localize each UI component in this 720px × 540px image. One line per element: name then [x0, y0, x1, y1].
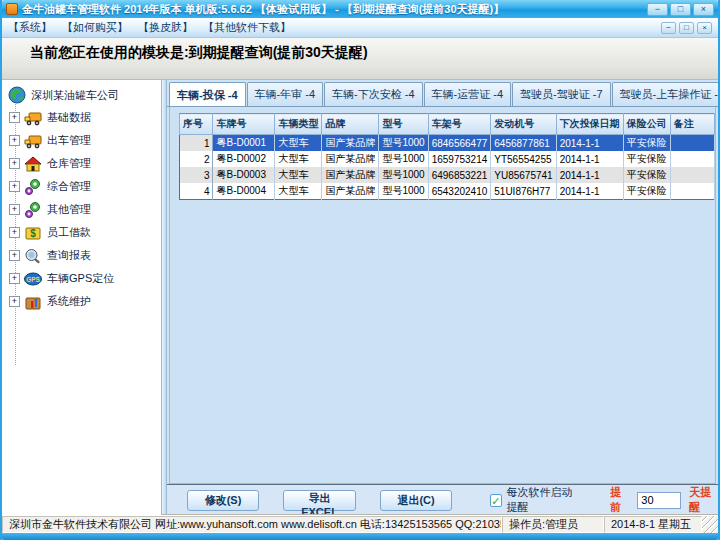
tab-2[interactable]: 车辆-下次安检 -4 — [324, 82, 423, 106]
menu-item-1[interactable]: 【如何购买】 — [62, 20, 128, 35]
table-cell: 大型车 — [275, 183, 322, 200]
sidebar-item-4[interactable]: +其他管理 — [6, 198, 161, 221]
startup-reminder-checkbox[interactable]: ✓ — [490, 494, 501, 507]
sidebar-item-3[interactable]: +综合管理 — [6, 175, 161, 198]
expand-icon[interactable]: + — [9, 227, 20, 238]
sidebar-item-label: 综合管理 — [47, 179, 91, 194]
menu-item-3[interactable]: 【其他软件下载】 — [203, 20, 291, 35]
tab-4[interactable]: 驾驶员-驾驶证 -7 — [512, 82, 611, 106]
export-excel-button[interactable]: 导出EXCEL — [283, 490, 356, 511]
sidebar-root-label: 深圳某油罐车公司 — [31, 88, 119, 103]
column-header-6[interactable]: 发动机号 — [491, 114, 556, 135]
table-cell: 6846566477 — [428, 135, 491, 152]
table-cell: 平安保险 — [623, 183, 670, 200]
table-row[interactable]: 3粤B-D0003大型车国产某品牌型号10006496853221YU85675… — [180, 167, 715, 183]
table-cell: 1 — [180, 135, 213, 152]
sidebar-item-label: 查询报表 — [47, 248, 91, 263]
expand-icon[interactable]: + — [9, 296, 20, 307]
truck-icon — [23, 108, 43, 128]
tab-5[interactable]: 驾驶员-上车操作证 -7 — [612, 82, 719, 106]
sidebar-item-5[interactable]: +$员工借款 — [6, 221, 161, 244]
table-cell: 粤B-D0001 — [213, 135, 275, 152]
tab-3[interactable]: 车辆-运营证 -4 — [424, 82, 512, 106]
sidebar-item-label: 其他管理 — [47, 202, 91, 217]
menu-item-0[interactable]: 【系统】 — [8, 20, 52, 35]
window-title: 金牛油罐车管理软件 2014年版本 单机版:5.6.62 【体验试用版】 - 【… — [22, 2, 647, 17]
table-cell: 2014-1-1 — [556, 167, 623, 183]
column-header-9[interactable]: 备注 — [670, 114, 714, 135]
expand-icon[interactable]: + — [9, 204, 20, 215]
table-cell: 6496853221 — [428, 167, 491, 183]
expand-icon[interactable]: + — [9, 112, 20, 123]
expand-icon[interactable]: + — [9, 273, 20, 284]
table-row[interactable]: 2粤B-D0002大型车国产某品牌型号10001659753214YT56554… — [180, 151, 715, 167]
sidebar-item-2[interactable]: +仓库管理 — [6, 152, 161, 175]
table-cell: 6456877861 — [491, 135, 556, 152]
status-company-info: 深圳市金牛软件技术有限公司 网址:www.yuhansoft.com www.d… — [2, 516, 502, 533]
column-header-2[interactable]: 车辆类型 — [275, 114, 322, 135]
column-header-0[interactable]: 序号 — [180, 114, 213, 135]
table-cell: 型号1000 — [379, 183, 428, 200]
exit-button[interactable]: 退出(C) — [380, 490, 452, 511]
table-cell: 3 — [180, 167, 213, 183]
money-icon: $ — [23, 223, 43, 243]
sidebar-item-7[interactable]: +GPS车辆GPS定位 — [6, 267, 161, 290]
tab-0[interactable]: 车辆-投保 -4 — [169, 82, 246, 107]
table-cell: 大型车 — [275, 135, 322, 152]
table-cell: 型号1000 — [379, 167, 428, 183]
table-cell: 平安保险 — [623, 135, 670, 152]
resize-grip[interactable] — [702, 516, 718, 533]
table-cell — [670, 183, 714, 200]
maximize-icon[interactable]: □ — [670, 3, 691, 16]
sidebar-root-node[interactable]: 深圳某油罐车公司 — [6, 84, 161, 106]
status-bar: 深圳市金牛软件技术有限公司 网址:www.yuhansoft.com www.d… — [2, 515, 718, 533]
table-row[interactable]: 4粤B-D0004大型车国产某品牌型号1000654320241051UI876… — [180, 183, 715, 200]
sidebar-item-1[interactable]: +出车管理 — [6, 129, 161, 152]
column-header-8[interactable]: 保险公司 — [623, 114, 670, 135]
column-header-1[interactable]: 车牌号 — [213, 114, 275, 135]
sidebar-item-6[interactable]: +查询报表 — [6, 244, 161, 267]
days-ahead-input[interactable] — [637, 492, 681, 509]
modify-button[interactable]: 修改(S) — [187, 490, 259, 511]
gear-icon — [23, 177, 43, 197]
expand-icon[interactable]: + — [9, 158, 20, 169]
column-header-5[interactable]: 车架号 — [428, 114, 491, 135]
gear-icon — [23, 200, 43, 220]
sidebar-item-label: 系统维护 — [47, 294, 91, 309]
minimize-icon[interactable]: − — [647, 3, 668, 16]
table-cell: 大型车 — [275, 167, 322, 183]
menu-bar: 【系统】【如何购买】【换皮肤】【其他软件下载】 − □ × — [2, 18, 718, 38]
table-cell — [670, 167, 714, 183]
table-cell: 2014-1-1 — [556, 135, 623, 152]
expand-icon[interactable]: + — [9, 181, 20, 192]
close-icon[interactable]: × — [693, 3, 714, 16]
module-banner: 当前您正在使用的模块是:到期提醒查询(提前30天提醒) — [2, 38, 718, 80]
sidebar-item-8[interactable]: +系统维护 — [6, 290, 161, 313]
mdi-minimize-icon[interactable]: − — [661, 22, 676, 34]
table-cell: 型号1000 — [379, 135, 428, 152]
expand-icon[interactable]: + — [9, 250, 20, 261]
table-cell: 4 — [180, 183, 213, 200]
globe-icon — [7, 85, 27, 105]
sidebar-item-label: 出车管理 — [47, 133, 91, 148]
sidebar-item-label: 员工借款 — [47, 225, 91, 240]
table-cell: 国产某品牌 — [322, 135, 379, 152]
tab-1[interactable]: 车辆-年审 -4 — [247, 82, 324, 106]
column-header-7[interactable]: 下次投保日期 — [556, 114, 623, 135]
table-row[interactable]: 1粤B-D0001大型车国产某品牌型号100068465664776456877… — [180, 135, 715, 152]
tab-strip: 车辆-投保 -4车辆-年审 -4车辆-下次安检 -4车辆-运营证 -4驾驶员-驾… — [167, 80, 718, 107]
tools-icon — [23, 292, 43, 312]
column-header-4[interactable]: 型号 — [379, 114, 428, 135]
table-cell: 型号1000 — [379, 151, 428, 167]
menu-item-2[interactable]: 【换皮肤】 — [138, 20, 193, 35]
mdi-restore-icon[interactable]: □ — [679, 22, 694, 34]
expand-icon[interactable]: + — [9, 135, 20, 146]
table-cell: YT56554255 — [491, 151, 556, 167]
table-cell: 平安保险 — [623, 167, 670, 183]
mdi-close-icon[interactable]: × — [697, 22, 712, 34]
column-header-3[interactable]: 品牌 — [322, 114, 379, 135]
gps-icon: GPS — [23, 269, 43, 289]
sidebar-item-0[interactable]: +基础数据 — [6, 106, 161, 129]
table-cell: 2014-1-1 — [556, 183, 623, 200]
startup-reminder-label: 每次软件启动提醒 — [507, 485, 583, 515]
